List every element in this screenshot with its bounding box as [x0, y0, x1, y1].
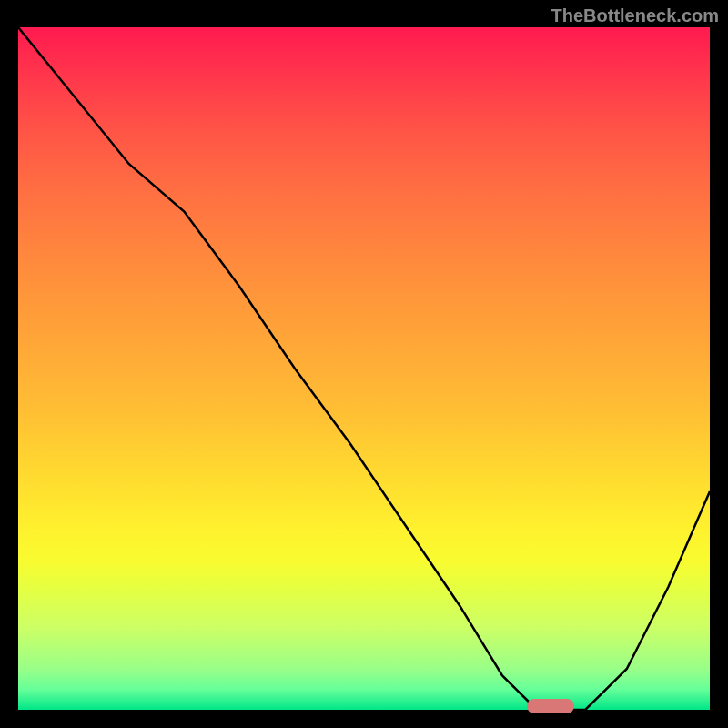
- watermark-text: TheBottleneck.com: [551, 5, 719, 26]
- bottleneck-curve: [18, 27, 710, 710]
- plot-area: [18, 27, 710, 710]
- optimal-marker: [527, 699, 574, 713]
